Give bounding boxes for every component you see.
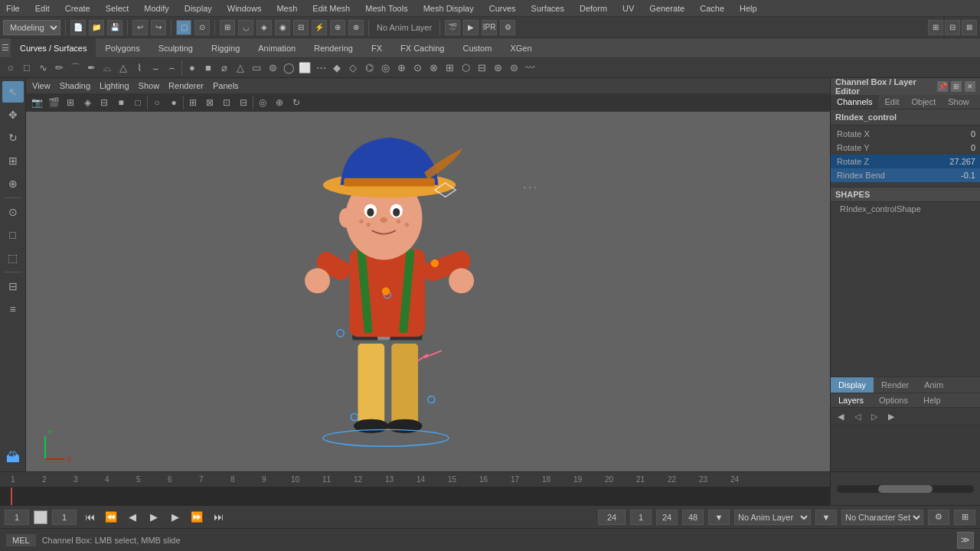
end-frame-input[interactable]: 24 bbox=[598, 510, 626, 525]
display-settings-btn[interactable]: ⚙ bbox=[500, 20, 515, 35]
menu-cache[interactable]: Cache bbox=[697, 2, 727, 15]
menu-generate[interactable]: Generate bbox=[646, 2, 688, 15]
settings-btn2[interactable]: ⊞ bbox=[954, 510, 975, 525]
nurbs-plane-btn[interactable]: ▭ bbox=[249, 60, 264, 77]
tab-polygons[interactable]: Polygons bbox=[96, 38, 149, 58]
subdiv-btn[interactable]: ◇ bbox=[345, 60, 361, 77]
disp-tab-render[interactable]: Render bbox=[874, 377, 916, 393]
vp-xray-btn[interactable]: ⊕ bbox=[272, 95, 287, 110]
vp-camera-btn[interactable]: 📷 bbox=[29, 95, 44, 110]
nurbs-cube-btn[interactable]: ■ bbox=[201, 60, 216, 77]
menu-windows[interactable]: Windows bbox=[224, 2, 265, 15]
wrap-btn[interactable]: ⊜ bbox=[506, 60, 521, 77]
render-btn[interactable]: ▶ bbox=[463, 20, 479, 35]
layer-tab-layers[interactable]: Layers bbox=[831, 393, 871, 407]
vp-view-menu[interactable]: View bbox=[32, 81, 51, 90]
paint-btn[interactable]: ✏ bbox=[51, 60, 67, 77]
vp-display4-btn[interactable]: ⊟ bbox=[236, 95, 251, 110]
menu-select[interactable]: Select bbox=[103, 2, 132, 15]
anim-layer-menu-btn[interactable]: ▼ bbox=[815, 510, 837, 525]
vp-iso-btn[interactable]: ◎ bbox=[255, 95, 270, 110]
vp-poly-btn[interactable]: ◈ bbox=[80, 95, 95, 110]
universal-tool[interactable]: ⊕ bbox=[2, 173, 24, 194]
cube-btn[interactable]: □ bbox=[19, 60, 34, 77]
tab-xgen[interactable]: XGen bbox=[501, 38, 541, 58]
cluster-btn[interactable]: ⊛ bbox=[490, 60, 505, 77]
layer-prev-btn[interactable]: ◀ bbox=[834, 409, 848, 423]
settings-btn1[interactable]: ⚙ bbox=[928, 510, 949, 525]
snap-grid-btn[interactable]: ⊞ bbox=[220, 20, 235, 35]
color-swatch[interactable] bbox=[34, 510, 47, 524]
menu-edit-mesh[interactable]: Edit Mesh bbox=[309, 2, 353, 15]
ch-rotate-x[interactable]: Rotate X 0 bbox=[831, 127, 980, 141]
tab-menu-btn[interactable]: ☰ bbox=[0, 38, 11, 58]
tab-animation[interactable]: Animation bbox=[249, 38, 305, 58]
smooth-btn[interactable]: ⌣ bbox=[148, 60, 163, 77]
layer-next-btn[interactable]: ▷ bbox=[867, 409, 881, 423]
vp-display2-btn[interactable]: ⊠ bbox=[202, 95, 217, 110]
menu-mesh-display[interactable]: Mesh Display bbox=[420, 2, 477, 15]
status-language[interactable]: MEL bbox=[6, 534, 36, 546]
ch-rotate-z[interactable]: Rotate Z 27.267 bbox=[831, 155, 980, 168]
open-file-btn[interactable]: 📁 bbox=[89, 20, 104, 35]
ch-rindex-bend[interactable]: Rindex Bend -0.1 bbox=[831, 168, 980, 182]
nurbs-torus-btn[interactable]: ⊚ bbox=[265, 60, 280, 77]
vp-film-btn[interactable]: 🎬 bbox=[46, 95, 61, 110]
tab-custom[interactable]: Custom bbox=[454, 38, 501, 58]
panel-close-btn[interactable]: ✕ bbox=[965, 81, 975, 92]
menu-create[interactable]: Create bbox=[62, 2, 93, 15]
vp-grid-btn[interactable]: ⊞ bbox=[63, 95, 78, 110]
snap-point-btn[interactable]: ◈ bbox=[256, 20, 272, 35]
layer-tab-help[interactable]: Help bbox=[916, 393, 949, 407]
vp-wireframe-btn[interactable]: ⊟ bbox=[96, 95, 112, 110]
timeline-ruler[interactable]: 1 2 3 4 5 6 7 8 9 10 11 12 13 14 15 16 1… bbox=[0, 472, 830, 505]
time-bar[interactable] bbox=[0, 487, 830, 505]
tab-fx-caching[interactable]: FX Caching bbox=[391, 38, 453, 58]
pb-prev-btn[interactable]: ◀ bbox=[124, 509, 141, 526]
panel-btn3[interactable]: ⊠ bbox=[962, 20, 977, 35]
more-btn[interactable]: ⋯ bbox=[313, 60, 328, 77]
pb-prev-key-btn[interactable]: ⏪ bbox=[103, 509, 119, 526]
menu-file[interactable]: File bbox=[3, 2, 23, 15]
panel-btn1[interactable]: ⊞ bbox=[928, 20, 943, 35]
poly-btn[interactable]: ◆ bbox=[329, 60, 345, 77]
bezier-btn[interactable]: ⌇ bbox=[132, 60, 147, 77]
vp-display3-btn[interactable]: ⊡ bbox=[219, 95, 234, 110]
menu-display[interactable]: Display bbox=[181, 2, 215, 15]
control-btn[interactable]: ⊞ bbox=[442, 60, 457, 77]
menu-deform[interactable]: Deform bbox=[577, 2, 610, 15]
pb-play-btn[interactable]: ▶ bbox=[145, 509, 162, 526]
menu-surfaces[interactable]: Surfaces bbox=[528, 2, 567, 15]
scale-tool[interactable]: ⊞ bbox=[2, 150, 24, 171]
spline-btn[interactable]: ⌢ bbox=[164, 60, 179, 77]
snap-live-btn[interactable]: ⊟ bbox=[293, 20, 309, 35]
lattice-btn[interactable]: ⊟ bbox=[474, 60, 489, 77]
tab-fx[interactable]: FX bbox=[362, 38, 391, 58]
undo-btn[interactable]: ↩ bbox=[132, 20, 148, 35]
pb-next-key-btn[interactable]: ⏩ bbox=[188, 509, 205, 526]
menu-mesh[interactable]: Mesh bbox=[273, 2, 300, 15]
range-end2-input[interactable] bbox=[682, 510, 704, 525]
snap-surface-btn[interactable]: ◉ bbox=[275, 20, 290, 35]
layer-scrollbar-thumb[interactable] bbox=[878, 485, 933, 493]
nurbs-circle-btn[interactable]: ◯ bbox=[281, 60, 296, 77]
snap-curve-lt-btn[interactable]: ≡ bbox=[2, 298, 24, 320]
pb-end-btn[interactable]: ⏭ bbox=[210, 509, 227, 526]
render-settings-btn[interactable]: 🎬 bbox=[445, 20, 460, 35]
menu-curves[interactable]: Curves bbox=[486, 2, 519, 15]
magnet-btn[interactable]: ⚡ bbox=[312, 20, 327, 35]
ep-curve-btn[interactable]: ⌒ bbox=[67, 60, 83, 77]
frame-input-2[interactable]: 1 bbox=[52, 510, 77, 525]
toggle-btn1[interactable]: ⊕ bbox=[330, 20, 345, 35]
tab-curves-surfaces[interactable]: Curves / Surfaces bbox=[11, 38, 96, 58]
ch-tab-show[interactable]: Show bbox=[942, 95, 975, 109]
vp-texture-btn[interactable]: □ bbox=[130, 95, 145, 110]
panel-float-btn[interactable]: ⊞ bbox=[951, 81, 962, 92]
viewport[interactable]: View Shading Lighting Show Renderer Pane… bbox=[26, 78, 830, 471]
pb-start-btn[interactable]: ⏮ bbox=[81, 509, 98, 526]
wire-btn[interactable]: 〰 bbox=[522, 60, 537, 77]
tab-rigging[interactable]: Rigging bbox=[202, 38, 249, 58]
panel-scroll[interactable]: RIndex_control Rotate X 0 Rotate Y 0 Rot… bbox=[831, 109, 980, 377]
menu-uv[interactable]: UV bbox=[619, 2, 637, 15]
menu-help[interactable]: Help bbox=[737, 2, 760, 15]
